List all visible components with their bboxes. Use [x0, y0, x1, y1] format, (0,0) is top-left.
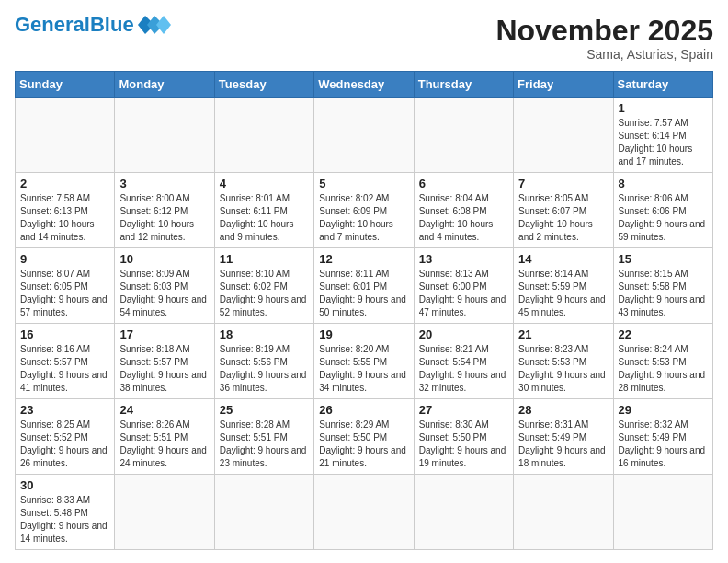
day-number: 20: [419, 327, 508, 341]
calendar-header-row: SundayMondayTuesdayWednesdayThursdayFrid…: [16, 72, 713, 98]
day-info: Sunrise: 8:00 AM Sunset: 6:12 PM Dayligh…: [119, 192, 209, 244]
day-number: 22: [619, 327, 708, 341]
day-number: 25: [220, 403, 309, 417]
calendar-cell: [115, 475, 214, 550]
calendar-cell: [314, 475, 414, 550]
calendar-cell: 27Sunrise: 8:30 AM Sunset: 5:50 PM Dayli…: [414, 399, 513, 475]
calendar-cell: 1Sunrise: 7:57 AM Sunset: 6:14 PM Daylig…: [613, 98, 712, 173]
day-number: 8: [619, 177, 708, 190]
svg-marker-2: [156, 16, 171, 34]
calendar-cell: 2Sunrise: 7:58 AM Sunset: 6:13 PM Daylig…: [16, 173, 115, 248]
week-row-2: 9Sunrise: 8:07 AM Sunset: 6:05 PM Daylig…: [16, 248, 713, 324]
day-info: Sunrise: 8:30 AM Sunset: 5:50 PM Dayligh…: [419, 419, 508, 470]
calendar-cell: 4Sunrise: 8:01 AM Sunset: 6:11 PM Daylig…: [214, 173, 313, 248]
day-info: Sunrise: 8:21 AM Sunset: 5:54 PM Dayligh…: [419, 343, 508, 395]
location: Sama, Asturias, Spain: [495, 47, 713, 62]
day-info: Sunrise: 8:14 AM Sunset: 5:59 PM Dayligh…: [518, 268, 608, 319]
day-header-thursday: Thursday: [414, 72, 513, 98]
calendar-cell: 16Sunrise: 8:16 AM Sunset: 5:57 PM Dayli…: [16, 324, 115, 399]
calendar-cell: 3Sunrise: 8:00 AM Sunset: 6:12 PM Daylig…: [115, 173, 214, 248]
calendar-cell: [115, 98, 214, 173]
day-number: 26: [319, 403, 408, 417]
week-row-4: 23Sunrise: 8:25 AM Sunset: 5:52 PM Dayli…: [16, 399, 713, 475]
page-header: GeneralBlue November 2025 Sama, Asturias…: [15, 15, 713, 62]
day-info: Sunrise: 8:04 AM Sunset: 6:08 PM Dayligh…: [419, 192, 508, 244]
calendar-cell: [514, 98, 613, 173]
day-info: Sunrise: 8:32 AM Sunset: 5:49 PM Dayligh…: [619, 419, 708, 470]
day-number: 19: [319, 327, 408, 341]
calendar-cell: [514, 475, 613, 550]
day-info: Sunrise: 8:07 AM Sunset: 6:05 PM Dayligh…: [20, 268, 109, 319]
day-number: 30: [20, 478, 109, 492]
day-info: Sunrise: 8:01 AM Sunset: 6:11 PM Dayligh…: [220, 192, 309, 244]
day-info: Sunrise: 8:25 AM Sunset: 5:52 PM Dayligh…: [20, 419, 109, 470]
day-header-monday: Monday: [115, 72, 214, 98]
calendar-cell: 8Sunrise: 8:06 AM Sunset: 6:06 PM Daylig…: [613, 173, 712, 248]
calendar-cell: 5Sunrise: 8:02 AM Sunset: 6:09 PM Daylig…: [314, 173, 414, 248]
day-number: 17: [119, 327, 209, 341]
calendar-cell: 6Sunrise: 8:04 AM Sunset: 6:08 PM Daylig…: [414, 173, 513, 248]
day-info: Sunrise: 7:58 AM Sunset: 6:13 PM Dayligh…: [20, 192, 109, 244]
calendar-cell: 24Sunrise: 8:26 AM Sunset: 5:51 PM Dayli…: [115, 399, 214, 475]
calendar-cell: [214, 98, 313, 173]
calendar-cell: 21Sunrise: 8:23 AM Sunset: 5:53 PM Dayli…: [514, 324, 613, 399]
calendar-cell: 17Sunrise: 8:18 AM Sunset: 5:57 PM Dayli…: [115, 324, 214, 399]
day-info: Sunrise: 8:31 AM Sunset: 5:49 PM Dayligh…: [518, 419, 608, 470]
day-info: Sunrise: 8:11 AM Sunset: 6:01 PM Dayligh…: [319, 268, 408, 319]
title-block: November 2025 Sama, Asturias, Spain: [495, 15, 713, 62]
calendar-cell: [314, 98, 414, 173]
calendar-cell: 30Sunrise: 8:33 AM Sunset: 5:48 PM Dayli…: [16, 475, 115, 550]
day-number: 11: [220, 252, 309, 266]
day-info: Sunrise: 8:06 AM Sunset: 6:06 PM Dayligh…: [619, 192, 708, 244]
day-info: Sunrise: 8:26 AM Sunset: 5:51 PM Dayligh…: [119, 419, 209, 470]
week-row-0: 1Sunrise: 7:57 AM Sunset: 6:14 PM Daylig…: [16, 98, 713, 173]
week-row-1: 2Sunrise: 7:58 AM Sunset: 6:13 PM Daylig…: [16, 173, 713, 248]
day-number: 13: [419, 252, 508, 266]
day-number: 5: [319, 177, 408, 190]
logo-text: GeneralBlue: [15, 15, 134, 35]
day-number: 6: [419, 177, 508, 190]
logo-general: General: [15, 13, 90, 36]
day-info: Sunrise: 8:18 AM Sunset: 5:57 PM Dayligh…: [119, 343, 209, 395]
calendar-cell: 25Sunrise: 8:28 AM Sunset: 5:51 PM Dayli…: [214, 399, 313, 475]
day-header-saturday: Saturday: [613, 72, 712, 98]
logo-icon: [138, 16, 171, 34]
day-number: 1: [619, 101, 708, 115]
day-number: 9: [20, 252, 109, 266]
day-number: 27: [419, 403, 508, 417]
day-number: 28: [518, 403, 608, 417]
day-info: Sunrise: 8:02 AM Sunset: 6:09 PM Dayligh…: [319, 192, 408, 244]
day-header-friday: Friday: [514, 72, 613, 98]
calendar-cell: [16, 98, 115, 173]
calendar-cell: 14Sunrise: 8:14 AM Sunset: 5:59 PM Dayli…: [514, 248, 613, 324]
day-info: Sunrise: 7:57 AM Sunset: 6:14 PM Dayligh…: [619, 117, 708, 168]
calendar-cell: 9Sunrise: 8:07 AM Sunset: 6:05 PM Daylig…: [16, 248, 115, 324]
day-info: Sunrise: 8:20 AM Sunset: 5:55 PM Dayligh…: [319, 343, 408, 395]
day-number: 4: [220, 177, 309, 190]
calendar-cell: 19Sunrise: 8:20 AM Sunset: 5:55 PM Dayli…: [314, 324, 414, 399]
calendar-cell: 20Sunrise: 8:21 AM Sunset: 5:54 PM Dayli…: [414, 324, 513, 399]
day-number: 23: [20, 403, 109, 417]
calendar-cell: 13Sunrise: 8:13 AM Sunset: 6:00 PM Dayli…: [414, 248, 513, 324]
month-title: November 2025: [495, 15, 713, 47]
calendar-cell: 23Sunrise: 8:25 AM Sunset: 5:52 PM Dayli…: [16, 399, 115, 475]
calendar-cell: 12Sunrise: 8:11 AM Sunset: 6:01 PM Dayli…: [314, 248, 414, 324]
day-info: Sunrise: 8:33 AM Sunset: 5:48 PM Dayligh…: [20, 494, 109, 546]
day-header-tuesday: Tuesday: [214, 72, 313, 98]
day-number: 24: [119, 403, 209, 417]
calendar-cell: 10Sunrise: 8:09 AM Sunset: 6:03 PM Dayli…: [115, 248, 214, 324]
day-info: Sunrise: 8:16 AM Sunset: 5:57 PM Dayligh…: [20, 343, 109, 395]
calendar-cell: 28Sunrise: 8:31 AM Sunset: 5:49 PM Dayli…: [514, 399, 613, 475]
day-number: 16: [20, 327, 109, 341]
day-info: Sunrise: 8:10 AM Sunset: 6:02 PM Dayligh…: [220, 268, 309, 319]
logo: GeneralBlue: [15, 15, 171, 35]
calendar-cell: 18Sunrise: 8:19 AM Sunset: 5:56 PM Dayli…: [214, 324, 313, 399]
day-number: 18: [220, 327, 309, 341]
day-info: Sunrise: 8:19 AM Sunset: 5:56 PM Dayligh…: [220, 343, 309, 395]
day-number: 3: [119, 177, 209, 190]
day-number: 10: [119, 252, 209, 266]
calendar-table: SundayMondayTuesdayWednesdayThursdayFrid…: [15, 71, 713, 550]
calendar-cell: [414, 98, 513, 173]
day-number: 14: [518, 252, 608, 266]
week-row-5: 30Sunrise: 8:33 AM Sunset: 5:48 PM Dayli…: [16, 475, 713, 550]
